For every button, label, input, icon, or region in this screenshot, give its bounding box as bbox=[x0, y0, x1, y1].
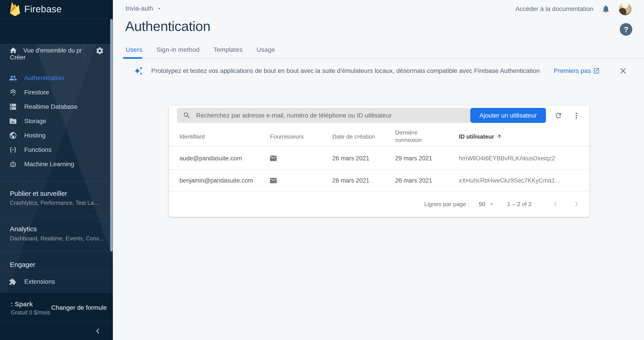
avatar[interactable] bbox=[619, 3, 632, 15]
sidebar-item-label: Realtime Database bbox=[24, 103, 78, 110]
divider bbox=[84, 43, 84, 59]
col-fournisseurs: Fournisseurs bbox=[270, 133, 304, 140]
sidebar-item-realtime-database[interactable]: Realtime Database bbox=[0, 100, 110, 114]
pagination: Lignes par page : 50 1 – 2 of 2 bbox=[424, 191, 580, 217]
sidebar-item-label: Functions bbox=[24, 146, 52, 153]
robot-icon bbox=[9, 160, 17, 168]
table-row[interactable]: aude@pandasuite.com 26 mars 2021 29 mars… bbox=[169, 147, 590, 170]
change-plan-button[interactable]: Changer de formule bbox=[52, 304, 107, 311]
section-engager: Engager bbox=[10, 261, 35, 269]
pagination-range: 1 – 2 of 2 bbox=[507, 201, 532, 208]
tab-templates[interactable]: Templates bbox=[214, 46, 242, 53]
cell-created: 26 mars 2021 bbox=[332, 177, 369, 184]
sort-arrow-up-icon bbox=[496, 133, 502, 139]
firebase-brand[interactable]: Firebase bbox=[10, 2, 62, 16]
refresh-icon[interactable] bbox=[554, 112, 562, 120]
col-derniere-connexion: Dernière connexion bbox=[395, 129, 433, 144]
people-icon bbox=[9, 74, 17, 82]
globe-icon bbox=[9, 131, 17, 139]
divider bbox=[0, 251, 113, 251]
section-label-creer: Créer bbox=[10, 54, 26, 61]
tabs-border bbox=[123, 58, 644, 59]
divider bbox=[0, 293, 113, 293]
project-switcher-label: trivia-auth bbox=[126, 5, 153, 12]
functions-icon bbox=[9, 146, 17, 154]
doc-link[interactable]: Accéder à la documentation bbox=[516, 5, 593, 12]
cell-last-signin: 29 mars 2021 bbox=[395, 155, 432, 162]
puzzle-icon bbox=[9, 278, 16, 286]
sidebar-item-firestore[interactable]: Firestore bbox=[0, 85, 110, 100]
sidebar-item-functions[interactable]: Functions bbox=[0, 143, 110, 157]
table-header: Identifiant Fournisseurs Date de créatio… bbox=[169, 127, 590, 147]
plan-name: : Spark bbox=[11, 301, 33, 308]
tab-users[interactable]: Users bbox=[126, 46, 142, 53]
close-icon[interactable] bbox=[619, 67, 628, 75]
sidebar-item-label: Storage bbox=[24, 117, 46, 125]
cell-identifier: aude@pandasuite.com bbox=[180, 155, 242, 162]
col-date-creation: Date de création bbox=[332, 133, 375, 140]
chevron-left-icon[interactable] bbox=[94, 327, 102, 335]
search-input[interactable] bbox=[177, 108, 470, 123]
sidebar-item-storage[interactable]: Storage bbox=[0, 114, 110, 128]
project-switcher[interactable]: trivia-auth bbox=[126, 5, 162, 12]
get-started-label: Premiers pas bbox=[554, 67, 591, 74]
sidebar-item-machine-learning[interactable]: Machine Learning bbox=[0, 157, 110, 171]
section-analytics-subtitle: Dashboard, Realtime, Events, Conv… bbox=[10, 235, 104, 242]
search-bar bbox=[177, 108, 470, 123]
cell-created: 26 mars 2021 bbox=[332, 155, 369, 162]
database-icon bbox=[9, 103, 17, 111]
sparkle-icon bbox=[134, 66, 143, 76]
chevron-right-icon[interactable] bbox=[572, 200, 580, 208]
cell-uid: hmWllO4i6EYBBvRLKAkusOxeiqz2 bbox=[459, 155, 555, 162]
col-id-utilisateur[interactable]: ID utilisateur bbox=[459, 133, 502, 140]
add-user-button[interactable]: Ajouter un utilisateur bbox=[470, 108, 546, 123]
bell-icon[interactable] bbox=[601, 4, 610, 13]
table-row[interactable]: benjamin@pandasuite.com 26 mars 2021 26 … bbox=[169, 170, 590, 191]
col-identifiant: Identifiant bbox=[180, 133, 205, 140]
cell-uid: xXHuhcRbHweCkz9Sec7KKyCma1… bbox=[459, 177, 561, 184]
sidebar-item-label: Authentication bbox=[24, 74, 64, 82]
sidebar-scrollbar[interactable] bbox=[110, 19, 113, 251]
divider bbox=[0, 44, 113, 44]
users-card: Ajouter un utilisateur Identifiant Fourn… bbox=[169, 105, 590, 217]
section-analytics[interactable]: Analytics bbox=[10, 225, 37, 233]
kebab-icon[interactable] bbox=[572, 112, 580, 120]
col-id-utilisateur-label: ID utilisateur bbox=[459, 133, 494, 140]
section-publish-monitor[interactable]: Publier et surveiller bbox=[10, 190, 67, 197]
home-icon[interactable] bbox=[9, 46, 17, 54]
firebase-flame-icon bbox=[10, 2, 20, 16]
sidebar-item-label: Hosting bbox=[24, 132, 46, 139]
help-icon[interactable]: ? bbox=[620, 23, 632, 36]
cell-identifier: benjamin@pandasuite.com bbox=[180, 177, 253, 184]
email-icon bbox=[269, 154, 277, 162]
sidebar-item-label: Machine Learning bbox=[24, 161, 74, 168]
chevron-left-icon[interactable] bbox=[551, 200, 560, 208]
section-publish-monitor-subtitle: Crashlytics, Performance, Test La… bbox=[10, 200, 99, 206]
banner-text: Prototypez et testez vos applications de… bbox=[151, 67, 540, 74]
sidebar: Firebase Vue d'ensemble du proj Créer Au… bbox=[0, 0, 113, 340]
rows-per-page-select[interactable]: 50 bbox=[479, 201, 494, 208]
sidebar-item-authentication[interactable]: Authentication bbox=[0, 71, 110, 85]
firebase-console: Firebase Vue d'ensemble du proj Créer Au… bbox=[0, 0, 644, 340]
sidebar-item-label: Firestore bbox=[24, 89, 49, 96]
get-started-link[interactable]: Premiers pas bbox=[554, 67, 600, 74]
open-in-new-icon bbox=[593, 67, 600, 74]
project-overview-row: Vue d'ensemble du proj bbox=[0, 19, 113, 44]
plan-price: Gratuit 0 $/mois bbox=[11, 309, 50, 316]
tab-usage[interactable]: Usage bbox=[256, 46, 275, 53]
gear-icon[interactable] bbox=[96, 47, 104, 55]
sidebar-item-extensions[interactable]: Extensions bbox=[0, 275, 110, 289]
rows-per-page-label: Lignes par page : bbox=[424, 201, 470, 208]
caret-down-icon bbox=[489, 201, 494, 207]
media-folder-icon bbox=[9, 117, 17, 125]
tab-bar: Users Sign-in method Templates Usage bbox=[126, 46, 275, 53]
divider bbox=[0, 272, 113, 272]
page-title: Authentication bbox=[125, 18, 210, 34]
active-tab-indicator bbox=[123, 57, 142, 59]
divider bbox=[0, 182, 113, 182]
rows-per-page-value: 50 bbox=[479, 201, 485, 208]
sidebar-item-hosting[interactable]: Hosting bbox=[0, 128, 110, 143]
tab-sign-in-method[interactable]: Sign-in method bbox=[156, 46, 200, 53]
project-overview-button[interactable]: Vue d'ensemble du proj bbox=[23, 47, 82, 54]
brand-name: Firebase bbox=[24, 4, 62, 14]
